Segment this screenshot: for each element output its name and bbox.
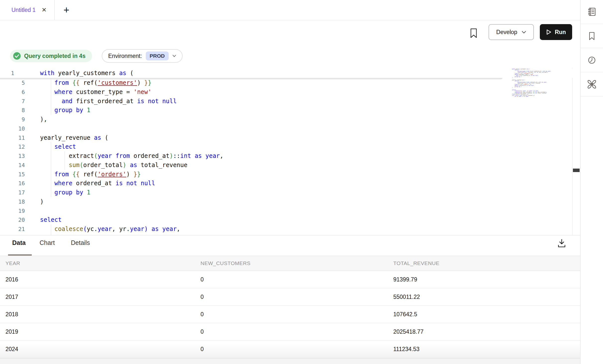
table-cell: 107642.5 xyxy=(393,311,417,318)
bookmark-icon xyxy=(470,28,477,39)
line-number: 19 xyxy=(0,207,25,216)
table-cell: 2016 xyxy=(5,276,18,283)
develop-dropdown[interactable]: Develop xyxy=(489,24,534,40)
code-line: 9), xyxy=(0,115,572,124)
line-number: 12 xyxy=(0,142,25,152)
code-line: 6 where customer_type = 'new' xyxy=(0,88,572,97)
sql-editor[interactable]: 5 from {{ ref('customers') }}6 where cus… xyxy=(0,68,580,235)
query-status-text: Query completed in 4s xyxy=(24,53,86,59)
editor-scrollbar-track xyxy=(572,68,573,235)
code-line: 20select xyxy=(0,215,572,225)
file-tab-label: Untitled 1 xyxy=(11,7,36,13)
history-button[interactable] xyxy=(581,48,603,72)
code-line: 15 from {{ ref('orders') }} xyxy=(0,170,572,179)
table-cell: 2025418.77 xyxy=(393,328,424,335)
file-tab-untitled[interactable]: Untitled 1 ✕ xyxy=(0,0,55,20)
minimap[interactable]: with yearly_customers as ( select extrac… xyxy=(512,69,562,97)
notebook-icon xyxy=(586,6,598,18)
code-line: 1with yearly_customers as ( xyxy=(0,69,580,78)
line-number: 7 xyxy=(0,97,25,106)
line-number: 17 xyxy=(0,188,25,197)
column-header-year: YEAR xyxy=(5,260,20,266)
code-line: 11yearly_revenue as ( xyxy=(0,133,572,142)
code-area[interactable]: 5 from {{ ref('customers') }}6 where cus… xyxy=(0,78,572,235)
line-number: 13 xyxy=(0,152,25,161)
code-line: 10 xyxy=(0,124,572,133)
code-line: 12 select xyxy=(0,142,572,151)
query-status-badge: Query completed in 4s xyxy=(10,50,92,62)
bookmark-button[interactable] xyxy=(469,27,479,40)
code-line: 8 group by 1 xyxy=(0,106,572,115)
table-cell: 2018 xyxy=(5,311,18,318)
new-tab-button[interactable]: + xyxy=(59,0,74,20)
editor-scrollbar-thumb[interactable] xyxy=(573,169,580,172)
line-number: 11 xyxy=(0,134,25,143)
plus-icon: + xyxy=(63,4,69,16)
code-line: 18) xyxy=(0,197,572,206)
bookmarks-button[interactable] xyxy=(581,24,603,48)
code-line: 7 and first_ordered_at is not null xyxy=(0,97,572,106)
table-header-row: YEAR NEW_CUSTOMERS TOTAL_REVENUE xyxy=(0,256,580,271)
right-icon-rail xyxy=(580,0,603,364)
chevron-down-icon xyxy=(172,55,176,57)
close-icon[interactable]: ✕ xyxy=(42,7,47,13)
table-horizontal-scrollbar[interactable] xyxy=(0,358,580,364)
environment-selector[interactable]: Environment: PROD xyxy=(102,49,183,63)
table-body: 2016091399.7920170550011.2220180107642.5… xyxy=(0,271,580,358)
table-cell: 0 xyxy=(201,311,204,318)
run-label: Run xyxy=(555,29,566,36)
app-window: Untitled 1 ✕ + Develop Run Query complet… xyxy=(0,0,603,364)
tab-chart[interactable]: Chart xyxy=(40,239,55,246)
code-line: 16 where ordered_at is not null xyxy=(0,179,572,188)
table-row: 2016091399.79 xyxy=(0,271,580,288)
table-cell: 2017 xyxy=(5,294,18,300)
file-tab-bar: Untitled 1 ✕ + xyxy=(0,0,580,20)
notebook-button[interactable] xyxy=(581,0,603,24)
explore-button[interactable] xyxy=(581,72,603,96)
panel-divider xyxy=(0,235,580,235)
line-number: 20 xyxy=(0,216,25,225)
check-circle-icon xyxy=(13,52,21,60)
table-cell: 0 xyxy=(201,328,204,335)
compass-icon xyxy=(586,79,598,90)
line-number: 14 xyxy=(0,161,25,170)
play-icon xyxy=(546,29,552,35)
table-row: 201902025418.77 xyxy=(0,323,580,341)
column-header-total-revenue: TOTAL_REVENUE xyxy=(393,260,439,266)
code-line: 19 xyxy=(0,206,572,216)
tab-data[interactable]: Data xyxy=(12,239,26,246)
table-row: 20240111234.53 xyxy=(0,341,580,358)
code-line: 17 group by 1 xyxy=(0,188,572,197)
table-cell: 0 xyxy=(201,294,204,300)
run-button[interactable]: Run xyxy=(540,24,572,40)
code-line: 22 coalesce(yc.new_customers, 0) as new_… xyxy=(0,234,572,235)
table-row: 20170550011.22 xyxy=(0,288,580,306)
sticky-line: 1with yearly_customers as ( xyxy=(0,69,580,78)
download-button[interactable] xyxy=(556,238,567,249)
code-line: 5 from {{ ref('customers') }} xyxy=(0,78,572,88)
code-line: 14 sum(order_total) as total_revenue xyxy=(0,161,572,170)
table-cell: 111234.53 xyxy=(393,346,419,353)
code-line: 21 coalesce(yc.year, yr.year) as year, xyxy=(0,225,572,234)
table-cell: 91399.79 xyxy=(393,276,417,283)
line-number: 21 xyxy=(0,225,25,234)
history-icon xyxy=(586,55,597,66)
table-row: 20180107642.5 xyxy=(0,306,580,323)
table-cell: 0 xyxy=(201,346,204,353)
table-cell: 550011.22 xyxy=(393,294,420,300)
line-number: 6 xyxy=(0,88,25,97)
line-number: 9 xyxy=(0,115,25,124)
environment-label: Environment: xyxy=(108,53,142,59)
line-number: 10 xyxy=(0,124,25,134)
line-number: 18 xyxy=(0,197,25,207)
line-number: 8 xyxy=(0,106,25,115)
table-cell: 0 xyxy=(201,276,204,283)
tab-details[interactable]: Details xyxy=(71,239,90,246)
line-number: 15 xyxy=(0,170,25,179)
bookmark-icon xyxy=(586,31,597,42)
chevron-down-icon xyxy=(522,31,526,34)
line-number: 16 xyxy=(0,179,25,188)
download-icon xyxy=(557,239,566,248)
column-header-new-customers: NEW_CUSTOMERS xyxy=(201,260,251,266)
table-cell: 2019 xyxy=(5,328,18,335)
